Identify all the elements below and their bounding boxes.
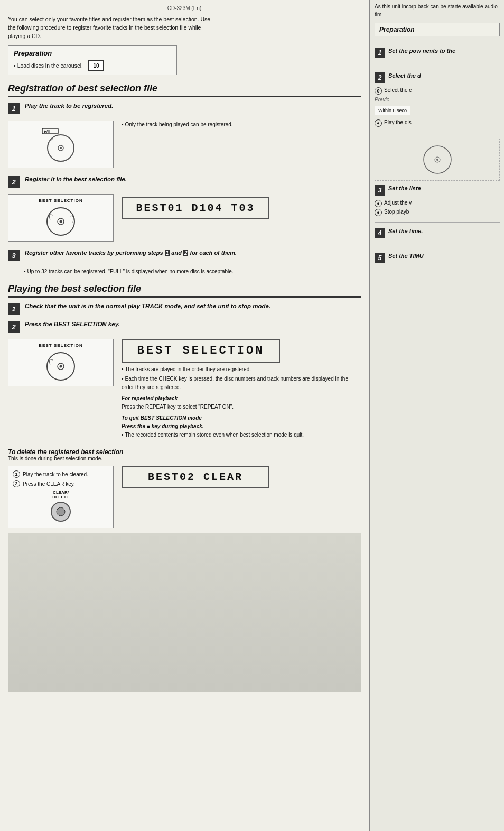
playing-title: Playing the best selection file [8,283,361,298]
sidebar-step-3-stop: Stop playb [384,209,409,215]
sidebar-play-disc: ● Play the dis [375,119,500,127]
prep-title: Preparation [14,49,171,57]
right-sidebar: As this unit incorp back can be starte a… [370,0,504,831]
preparation-box: Preparation Load discs in the carousel. … [8,45,177,75]
reg-step-3-label: Register other favorite tracks by perfor… [25,250,361,256]
delete-step-2: Press the CLEAR key. [23,481,75,487]
reg-step-2-header: 2 Register it in the best selection file… [8,176,361,188]
sidebar-prep-title: Preparation [379,26,495,33]
sidebar-step-2-circle: 0 Select the c [375,87,500,95]
for-repeated-title: For repeated playback [122,394,361,403]
play-note-1: The tracks are played in the order they … [122,365,361,374]
preview-text: Previo [375,97,389,103]
play-step-1-label: Check that the unit is in the normal pla… [25,303,361,309]
sidebar-illustration-area [375,138,500,181]
svg-point-12 [60,365,62,368]
sidebar-step-2-block: 2 Select the d 0 Select the c Previo Wit… [375,72,500,133]
reg-step-3-number: 3 [8,250,20,261]
for-repeated-text: Press the REPEAT key to select "REPEAT O… [122,403,361,411]
reg-step-1-notes: Only the track being played can be regis… [122,121,361,128]
sidebar-step-4-num: 4 [375,228,385,238]
delete-section: To delete the registered best selection … [8,448,361,528]
play-step-2-notes: The tracks are played in the order they … [122,365,361,439]
sidebar-step-5-label: Set the TIMU [388,253,500,259]
sidebar-step-2-label: Select the d [388,72,500,79]
best-sel-svg [42,205,79,236]
sidebar-play-disc-text: Play the dis [384,119,412,125]
sidebar-circle-play: ● [375,119,382,127]
sidebar-step-5-row: 5 Set the TIMU [375,253,500,263]
delete-title: To delete the registered best selection [8,448,361,456]
sidebar-step-4-label: Set the time. [388,228,500,234]
sidebar-step-3-sub2: ● Stop playb [375,209,500,216]
sidebar-step-3-num: 3 [375,185,385,196]
main-content: CD-323M (En) You can select only your fa… [0,0,370,831]
play-step-2-right: BEST SELECTION The tracks are played in … [122,339,361,440]
svg-point-14 [57,507,65,516]
page-container: CD-323M (En) You can select only your fa… [0,0,504,831]
sidebar-step-5-block: 5 Set the TIMU [375,253,500,272]
delete-item-2: 2 Press the CLEAR key. [13,480,109,487]
reg-step-2-display-container: BEST01 D104 T03 [122,197,269,219]
svg-point-9 [60,220,62,223]
clear-button-label: CLEAR/DELETE [50,490,71,500]
sidebar-within-box: Within 8 seco [375,106,410,115]
svg-point-17 [436,159,438,161]
sidebar-circle-0: 0 [375,87,382,95]
sidebar-step-5-num: 5 [375,253,385,263]
to-quit-text: Press the ■ key during playback. [122,422,361,431]
reg-step-3-notes: Up to 32 tracks can be registered. "FULL… [24,267,361,275]
sidebar-step-2-num: 2 [375,72,385,83]
play-best-sel-svg [42,349,79,381]
play-note-2: Each time the CHECK key is pressed, the … [122,375,361,392]
clear-button-wrapper: CLEAR/DELETE [50,490,71,523]
model-number: CD-323M (En) [8,5,361,11]
prep-content: Load discs in the carousel. 10 [14,60,171,71]
clear-button-area: CLEAR/DELETE [13,490,109,523]
delete-content: 1 Play the track to be cleared. 2 Press … [8,466,361,528]
sidebar-cd-svg [422,144,453,176]
delete-display-area: BEST02 CLEAR [122,466,269,488]
delete-circle-2: 2 [13,480,20,487]
sidebar-step-3-adj: Adjust the v [384,200,412,206]
sidebar-step-4-block: 4 Set the time. [375,228,500,247]
reg-step-1-number: 1 [8,103,20,114]
registration-title: Registration of best selection file [8,83,361,97]
sidebar-step-2-row: 2 Select the d [375,72,500,83]
reg-step-2-number: 2 [8,176,20,188]
sidebar-step-1-num: 1 [375,48,385,58]
play-step-2-display: BEST SELECTION [122,339,280,363]
reg-step-1-label: Play the track to be registered. [25,103,361,109]
reg-step-2-display: BEST01 D104 T03 [122,197,269,219]
play-step-1-number: 1 [8,303,20,315]
sidebar-step-3-row: 3 Set the liste [375,185,500,196]
reg-step-2-label: Register it in the best selection file. [25,176,361,182]
play-step-2-content: BEST SELECTION BEST SELECTION The tracks… [8,339,361,440]
play-step-2-label: Press the BEST SELECTION key. [25,321,361,327]
sidebar-step-1-label: Set the pow nents to the [388,48,500,54]
svg-text:▶/II: ▶/II [44,130,50,133]
reg-step-2-content: BEST SELECTION BEST01 D104 T03 [8,194,361,242]
reg-step-1-note: Only the track being played can be regis… [122,121,361,128]
sidebar-step-2-sub: Select the c [384,87,412,93]
for-repeated: For repeated playback Press the REPEAT k… [122,394,361,411]
sidebar-prep-box: Preparation [375,23,500,36]
sidebar-divider-1 [375,43,500,43]
delete-box: 1 Play the track to be cleared. 2 Press … [8,466,114,528]
cd-player-svg: ▶/II [40,126,82,163]
to-quit-title: To quit BEST SELECTION mode [122,414,361,422]
delete-display: BEST02 CLEAR [122,466,269,488]
reg-step-3-header: 3 Register other favorite tracks by perf… [8,250,361,261]
prep-bullet: Load discs in the carousel. [14,62,83,69]
sidebar-header: As this unit incorp back can be starte a… [375,3,500,19]
reg-step-1-illustration: ▶/II [8,121,114,168]
play-step-1-header: 1 Check that the unit is in the normal p… [8,303,361,315]
best-sel-label: BEST SELECTION [39,198,82,203]
disc-icon: 10 [88,60,104,71]
sidebar-step-1-row: 1 Set the pow nents to the [375,48,500,58]
delete-circle-1: 1 [13,470,20,478]
delete-step-1: Play the track to be cleared. [23,472,88,477]
delete-item-1: 1 Play the track to be cleared. [13,470,109,478]
sidebar-step-1-block: 1 Set the pow nents to the [375,48,500,67]
sidebar-circle-stop: ● [375,209,382,216]
